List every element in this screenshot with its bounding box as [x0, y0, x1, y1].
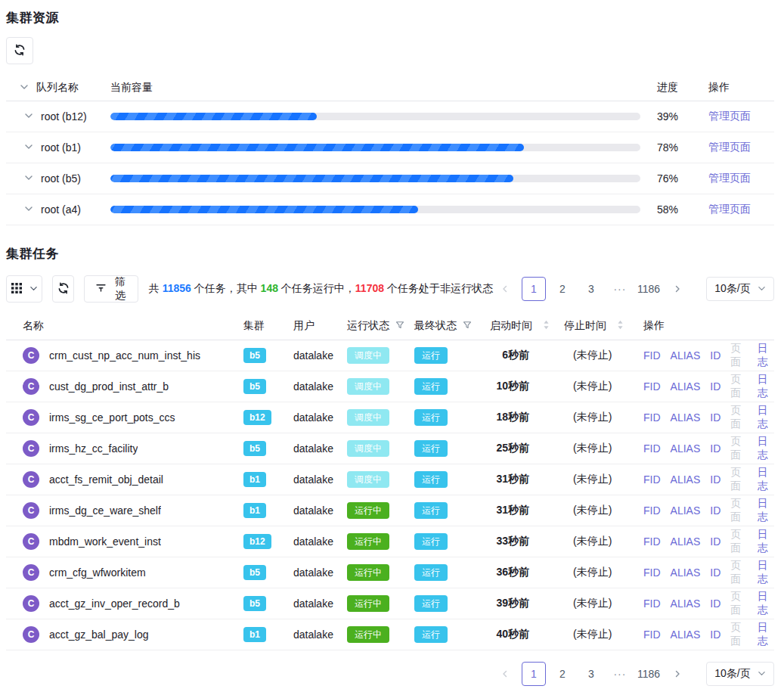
page-link: 页面 — [730, 621, 747, 648]
next-page-button[interactable] — [665, 277, 689, 301]
cluster-badge: b1 — [243, 503, 266, 518]
refresh-icon — [57, 282, 70, 296]
page-button-3[interactable]: 3 — [579, 277, 603, 301]
page-button-3[interactable]: 3 — [579, 662, 603, 686]
manage-page-link[interactable]: 管理页面 — [708, 110, 751, 122]
page-size-select[interactable]: 10条/页 — [706, 662, 774, 686]
page-size-select[interactable]: 10条/页 — [706, 277, 774, 301]
alias-link[interactable]: ALIAS — [671, 597, 701, 610]
queue-expand-chevron-icon[interactable] — [24, 172, 33, 185]
fid-link[interactable]: FID — [643, 535, 661, 548]
collapse-all-chevron-icon[interactable] — [20, 82, 29, 94]
prev-page-button[interactable] — [493, 277, 517, 301]
funnel-filter-icon[interactable] — [395, 320, 404, 332]
task-row: C acct_gz_inv_oper_record_b b5 datalake … — [6, 588, 774, 619]
log-link[interactable]: 日志 — [758, 342, 774, 369]
task-row: C acct_fs_remit_obj_detail b1 datalake 调… — [6, 464, 774, 495]
page-link: 页面 — [730, 590, 747, 617]
alias-link[interactable]: ALIAS — [671, 380, 701, 393]
page-button-last[interactable]: 1186 — [637, 277, 661, 301]
queue-row: root (b1) 78% 管理页面 — [6, 132, 774, 163]
id-link[interactable]: ID — [710, 349, 720, 362]
user-cell: datalake — [293, 504, 347, 517]
log-link[interactable]: 日志 — [758, 559, 774, 586]
page-button-last[interactable]: 1186 — [637, 662, 661, 686]
fid-link[interactable]: FID — [643, 566, 661, 579]
run-status-badge: 运行中 — [347, 595, 389, 612]
alias-link[interactable]: ALIAS — [671, 349, 701, 362]
funnel-filter-icon[interactable] — [463, 320, 472, 332]
page-button-2[interactable]: 2 — [550, 662, 575, 686]
fid-link[interactable]: FID — [643, 380, 661, 393]
start-time-cell: 31秒前 — [484, 473, 558, 486]
log-link[interactable]: 日志 — [758, 621, 774, 648]
action-header: 操作 — [708, 81, 774, 95]
id-link[interactable]: ID — [710, 504, 720, 517]
tasks-table-header: 名称 集群 用户 运行状态 最终状态 启动时间 — [6, 312, 774, 340]
stopped-count: 11708 — [355, 282, 384, 294]
fid-link[interactable]: FID — [643, 628, 661, 641]
pagination-ellipsis[interactable]: ··· — [608, 277, 632, 301]
queue-expand-chevron-icon[interactable] — [24, 203, 33, 216]
avatar: C — [23, 564, 39, 581]
id-link[interactable]: ID — [710, 566, 720, 579]
stop-time-cell: (未停止) — [558, 566, 634, 579]
alias-link[interactable]: ALIAS — [671, 566, 701, 579]
fid-link[interactable]: FID — [643, 349, 661, 362]
id-link[interactable]: ID — [710, 380, 720, 393]
alias-link[interactable]: ALIAS — [671, 504, 701, 517]
log-link[interactable]: 日志 — [758, 466, 774, 493]
next-page-button[interactable] — [665, 662, 689, 686]
manage-page-link[interactable]: 管理页面 — [708, 203, 751, 215]
resources-refresh-button[interactable] — [6, 37, 33, 64]
queue-expand-chevron-icon[interactable] — [24, 141, 33, 154]
prev-page-button[interactable] — [493, 662, 517, 686]
sorter-icon[interactable] — [543, 320, 550, 332]
alias-link[interactable]: ALIAS — [671, 473, 701, 486]
log-link[interactable]: 日志 — [758, 404, 774, 431]
final-status-badge: 运行 — [414, 502, 448, 519]
log-link[interactable]: 日志 — [758, 590, 774, 617]
fid-link[interactable]: FID — [643, 473, 661, 486]
id-link[interactable]: ID — [710, 411, 720, 424]
operation-header: 操作 — [634, 319, 774, 333]
run-status-badge: 运行中 — [347, 533, 389, 550]
sorter-icon[interactable] — [617, 320, 624, 332]
page-button-1[interactable]: 1 — [522, 662, 546, 686]
column-settings-button[interactable] — [6, 275, 42, 303]
manage-page-link[interactable]: 管理页面 — [708, 141, 751, 153]
fid-link[interactable]: FID — [643, 504, 661, 517]
stop-time-cell: (未停止) — [558, 535, 634, 548]
id-link[interactable]: ID — [710, 597, 720, 610]
filter-label: 筛选 — [113, 275, 126, 303]
progress-percent: 78% — [657, 141, 693, 154]
fid-link[interactable]: FID — [643, 597, 661, 610]
tasks-refresh-button[interactable] — [52, 275, 74, 303]
page-link: 页面 — [730, 404, 747, 431]
fid-link[interactable]: FID — [643, 411, 661, 424]
fid-link[interactable]: FID — [643, 442, 661, 455]
id-link[interactable]: ID — [710, 442, 720, 455]
alias-link[interactable]: ALIAS — [671, 411, 701, 424]
filter-button[interactable]: 筛选 — [84, 275, 138, 303]
page-button-2[interactable]: 2 — [550, 277, 575, 301]
page-button-1[interactable]: 1 — [522, 277, 546, 301]
log-link[interactable]: 日志 — [758, 373, 774, 400]
log-link[interactable]: 日志 — [758, 497, 774, 524]
id-link[interactable]: ID — [710, 473, 720, 486]
final-status-badge: 运行 — [414, 471, 448, 488]
alias-link[interactable]: ALIAS — [671, 628, 701, 641]
id-link[interactable]: ID — [710, 628, 720, 641]
log-link[interactable]: 日志 — [758, 528, 774, 555]
page-link: 页面 — [730, 435, 747, 462]
manage-page-link[interactable]: 管理页面 — [708, 172, 751, 184]
alias-link[interactable]: ALIAS — [671, 442, 701, 455]
pagination-ellipsis[interactable]: ··· — [608, 662, 632, 686]
start-time-cell: 31秒前 — [484, 504, 558, 517]
alias-link[interactable]: ALIAS — [671, 535, 701, 548]
log-link[interactable]: 日志 — [758, 435, 774, 462]
run-status-badge: 调度中 — [347, 409, 389, 426]
id-link[interactable]: ID — [710, 535, 720, 548]
tasks-table: 名称 集群 用户 运行状态 最终状态 启动时间 — [6, 312, 774, 650]
queue-expand-chevron-icon[interactable] — [24, 110, 33, 123]
